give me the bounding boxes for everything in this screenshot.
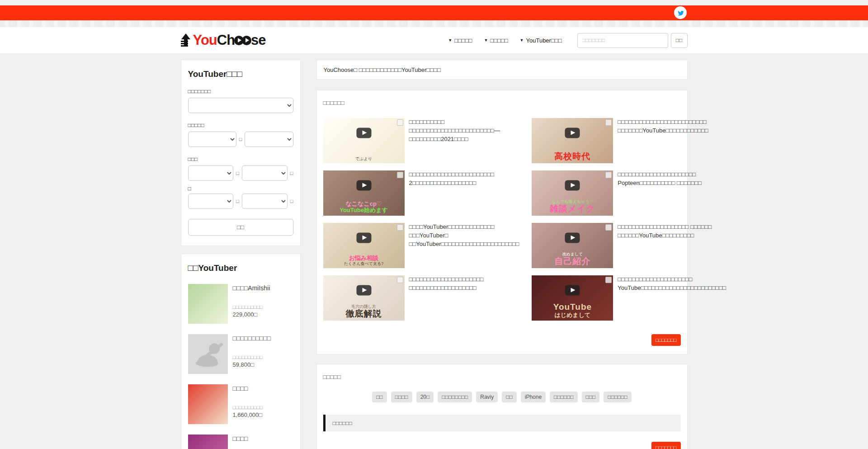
video-item: なんでも答えちゃう♡雑談メイク □□□□□□□□□□□□□□□□□□□□□□ P…	[532, 170, 729, 216]
video-item: お悩み相談たくさん食べて太る? □□□□YouTuber□□□□□□□□□□□□…	[323, 223, 522, 268]
video-thumbnail[interactable]: 改めまして自己紹介	[532, 223, 613, 268]
category-select[interactable]	[188, 98, 293, 113]
field-label-category: □□□□□□□	[188, 88, 293, 95]
youtuber-avatar[interactable]	[188, 334, 228, 374]
videos-section-title: □□□□□□	[323, 99, 681, 106]
thumbnail-caption: 自己紹介	[554, 257, 590, 266]
unit-label: □	[236, 199, 239, 204]
video-thumbnail[interactable]: 毛穴の隠し方徹底解説	[323, 275, 405, 321]
video-description-link[interactable]: □□□□□□□□□□ □□□□□□□□□□□□□□□□□□□□□□□□—□□□□…	[409, 118, 522, 163]
period-end-year-select[interactable]	[188, 194, 234, 209]
video-description-link[interactable]: □□□□□□□□□□□□□□□□□□□□□□□□ 2□□□□□□□□□□□□□□…	[409, 170, 522, 216]
subscribers-max-select[interactable]	[245, 132, 293, 147]
tag-chip[interactable]: □□	[502, 392, 517, 402]
play-button-icon	[565, 233, 580, 243]
featured-youtuber-item: □□□□ □□□□□□□□□□ 1,660,000□	[188, 384, 293, 424]
tag-chip[interactable]: □□□□□□	[604, 392, 632, 402]
tag-chip[interactable]: iPhone	[521, 392, 546, 402]
video-thumbnail[interactable]: お悩み相談たくさん食べて太る?	[323, 223, 405, 268]
youtuber-name-link[interactable]: □□□□AmiIshii	[233, 284, 270, 292]
period-start-year-select[interactable]	[188, 165, 234, 181]
field-label-subscribers: □□□□□	[188, 122, 293, 128]
videos-more-button[interactable]: □□□□□□□	[651, 334, 681, 346]
tag-chip[interactable]: □□□□□□□□	[438, 392, 472, 402]
video-item: 毛穴の隠し方徹底解説 □□□□□□□□□□□□□□□□□□□□□ □□□□□□□…	[323, 275, 522, 321]
video-description-link[interactable]: □□□□□□□□□□□□□□□□□□□□ □□□□□□ □□□□□□YouTub…	[618, 223, 729, 268]
video-description-link[interactable]: □□□□□□□□□□□□□□□□□□□□□□□□□ □□□□□□□YouTube…	[618, 118, 729, 163]
tag-chip[interactable]: □□□	[582, 392, 600, 402]
play-circle-icon	[242, 36, 251, 45]
finder-search-button[interactable]: □□	[188, 219, 293, 236]
video-description-link[interactable]: □□□□YouTuber□□□□□□□□□□□□□ □□□YouTuber□ □…	[409, 223, 522, 268]
play-button-icon	[356, 285, 371, 296]
subscriber-count: 59,800□	[233, 361, 271, 368]
nav-dropdown-item[interactable]: ▼ YouTuber□□□	[520, 37, 562, 44]
tags-more-button[interactable]: □□□□□□□	[651, 442, 681, 449]
tags-note-bar: □□□□□□	[323, 415, 681, 431]
video-thumbnail[interactable]: YouTubeはじめまして	[532, 275, 613, 321]
site-logo[interactable]: YouChse	[181, 32, 266, 48]
unit-label: □	[290, 199, 293, 204]
search-input[interactable]	[577, 33, 668, 48]
video-item: 高校時代 □□□□□□□□□□□□□□□□□□□□□□□□□ □□□□□□□Yo…	[532, 118, 729, 163]
youtuber-avatar[interactable]	[188, 435, 228, 449]
range-between-label: □	[188, 185, 293, 192]
video-thumbnail[interactable]: なこなこcp♡YouTube始めます	[323, 170, 405, 216]
video-thumbnail[interactable]: なんでも答えちゃう♡雑談メイク	[532, 170, 613, 216]
twitter-button[interactable]	[674, 6, 687, 19]
videos-section: □□□□□□ でぶより □□□□□□□□□□ □□□□□□□□□□□□□□□□□…	[316, 90, 688, 354]
featured-youtuber-item: □□□□□□□□□□ □□□□□□□□□□ 59,800□	[188, 334, 293, 374]
tags-section-title: □□□□□	[323, 373, 681, 380]
tag-chip[interactable]: □□□□	[391, 392, 412, 402]
featured-youtuber-item: □□□□ □□□□□□□□□□ 139,000□	[188, 435, 293, 449]
nav-item-label: □□□□□	[454, 37, 472, 44]
tag-chip[interactable]: 20□	[416, 392, 434, 402]
subscriber-stat-label: □□□□□□□□□□	[233, 405, 263, 410]
video-item: なこなこcp♡YouTube始めます □□□□□□□□□□□□□□□□□□□□□…	[323, 170, 522, 216]
top-red-bar	[0, 5, 868, 20]
youtuber-name-link[interactable]: □□□□	[233, 385, 263, 392]
subscriber-count: 1,660,000□	[233, 411, 263, 418]
range-separator: □	[239, 137, 242, 142]
search-button[interactable]: □□	[671, 33, 688, 48]
subscriber-stat-label: □□□□□□□□□□	[233, 354, 271, 360]
video-description-link[interactable]: □□□□□□□□□□□□□□□□□□□□□ YouTube□□□□□□□□□□□…	[618, 275, 729, 321]
video-description-link[interactable]: □□□□□□□□□□□□□□□□□□□□□ □□□□□□□□□□□□□□□□□□…	[409, 275, 522, 321]
nav-dropdown-item[interactable]: ▼ □□□□□	[448, 37, 472, 44]
video-thumbnail[interactable]: でぶより	[323, 118, 405, 163]
video-item: 改めまして自己紹介 □□□□□□□□□□□□□□□□□□□□ □□□□□□ □□…	[532, 223, 729, 268]
tag-chip[interactable]: □□	[372, 392, 387, 402]
featured-title: □□YouTuber	[188, 263, 293, 273]
video-thumbnail[interactable]: 高校時代	[532, 118, 613, 163]
tag-chip[interactable]: □□□□□□	[550, 392, 578, 402]
finder-title: YouTuber□□□	[188, 69, 293, 79]
tag-chip[interactable]: Raviy	[476, 392, 498, 402]
main-nav: ▼ □□□□□ ▼ □□□□□ ▼ YouTuber□□□	[448, 37, 561, 44]
unit-label: □	[290, 170, 293, 176]
subscriber-stat-label: □□□□□□□□□□	[233, 304, 270, 310]
main-column: YouChoose□ □□□□□□□□□□□□YouTuber□□□□ □□□□…	[316, 60, 688, 449]
thumbnail-caption: はじめまして	[554, 312, 590, 318]
period-start-month-select[interactable]	[242, 165, 288, 181]
person-placeholder-icon	[188, 334, 228, 374]
period-end-month-select[interactable]	[242, 194, 288, 209]
video-description-link[interactable]: □□□□□□□□□□□□□□□□□□□□□□ Popteen□□□□□□□□□□…	[618, 170, 729, 216]
play-button-icon	[565, 180, 580, 191]
youtuber-avatar[interactable]	[188, 284, 228, 324]
twitter-bird-icon	[677, 9, 684, 16]
youtuber-avatar[interactable]	[188, 384, 228, 424]
play-button-icon	[565, 285, 580, 296]
thumbnail-caption: 毛穴の隠し方	[351, 305, 376, 309]
youtuber-name-link[interactable]: □□□□	[233, 435, 263, 442]
external-link-icon	[605, 277, 612, 283]
caret-down-icon: ▼	[520, 38, 524, 43]
nav-dropdown-item[interactable]: ▼ □□□□□	[484, 37, 508, 44]
youtuber-name-link[interactable]: □□□□□□□□□□	[233, 335, 271, 342]
thumbnail-caption: なこなこcp♡	[345, 201, 382, 207]
thumbnail-caption: YouTube	[553, 302, 592, 312]
thumbnail-caption: たくさん食べて太る?	[344, 262, 383, 266]
external-link-icon	[397, 172, 403, 178]
subscribers-min-select[interactable]	[188, 132, 236, 147]
thumbnail-caption: でぶより	[355, 157, 372, 161]
play-button-icon	[356, 180, 371, 191]
